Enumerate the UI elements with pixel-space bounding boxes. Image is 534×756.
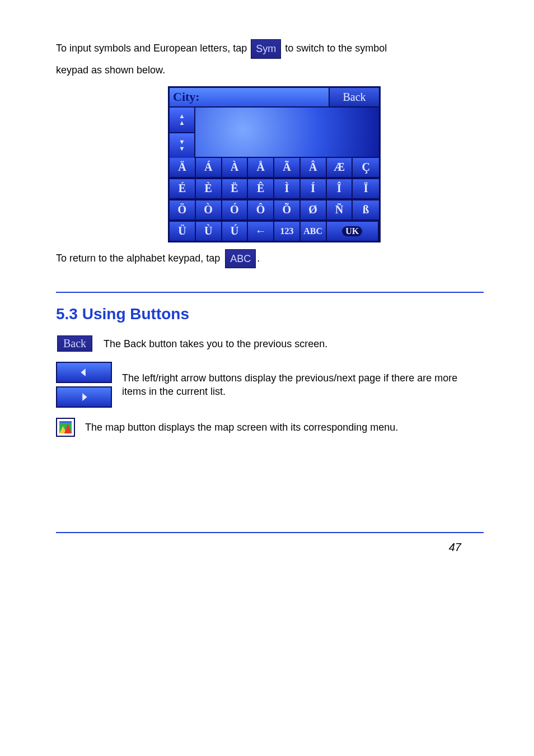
keypad-row-2: É È Ë Ê Ì Í Î Ï — [170, 178, 379, 199]
key[interactable]: Ô — [248, 200, 274, 221]
key[interactable]: Æ — [327, 158, 353, 178]
section-heading: 5.3 Using Buttons — [56, 305, 484, 323]
key[interactable]: Ë — [222, 179, 249, 199]
keypad-back-button[interactable]: Back — [329, 88, 379, 106]
key[interactable]: Í — [301, 179, 327, 199]
keypad-row-3: Ö Ò Ó Ô Õ Ø Ñ ß — [170, 199, 379, 221]
key[interactable]: Ú — [222, 222, 249, 242]
intro-text-3b: . — [257, 253, 260, 264]
scroll-up-icon[interactable]: ▲ ▲ — [170, 108, 194, 133]
intro-text-2: keypad as shown below. — [56, 64, 165, 76]
key[interactable]: Ñ — [327, 200, 353, 221]
key[interactable]: Ã — [274, 158, 301, 178]
key[interactable]: É — [170, 179, 196, 199]
key[interactable]: Ê — [248, 179, 274, 199]
key[interactable]: Ç — [353, 158, 379, 178]
map-button-example[interactable] — [56, 418, 75, 437]
back-button-description: The Back button takes you to the previou… — [104, 337, 484, 351]
scroll-down-icon[interactable]: ▼ ▼ — [170, 133, 194, 158]
page-prev-button[interactable] — [56, 362, 112, 383]
arrow-right-icon — [80, 393, 88, 401]
symbol-keypad-screenshot: City: Back ▲ ▲ ▼ ▼ — [168, 86, 381, 242]
key[interactable]: Ö — [170, 200, 196, 221]
key[interactable]: Â — [301, 158, 327, 178]
key[interactable]: Ò — [196, 200, 222, 221]
key[interactable]: Ä — [170, 158, 196, 178]
key[interactable]: Ó — [222, 200, 249, 221]
key[interactable]: Ü — [170, 222, 196, 242]
svg-rect-5 — [59, 421, 72, 423]
arrow-left-icon — [80, 368, 88, 376]
abc-button[interactable]: ABC — [225, 249, 256, 269]
back-button-example[interactable]: Back — [57, 335, 92, 352]
page-arrows-description: The left/right arrow buttons display the… — [122, 371, 484, 399]
language-key[interactable]: UK — [327, 222, 380, 242]
backspace-key[interactable]: ← — [248, 222, 274, 242]
map-icon — [59, 421, 72, 433]
scroll-arrows[interactable]: ▲ ▲ ▼ ▼ — [170, 108, 195, 158]
key[interactable]: ß — [353, 200, 379, 221]
key[interactable]: Ù — [196, 222, 222, 242]
key[interactable]: È — [196, 179, 222, 199]
svg-marker-1 — [82, 393, 87, 401]
sym-button[interactable]: Sym — [251, 39, 281, 59]
numeric-mode-key[interactable]: 123 — [274, 222, 301, 242]
map-button-description: The map button displays the map screen w… — [85, 421, 484, 434]
key[interactable]: Õ — [274, 200, 301, 221]
keypad-row-1: Ä Á À Å Ã Â Æ Ç — [170, 157, 379, 178]
section-divider — [56, 292, 484, 293]
alpha-mode-key[interactable]: ABC — [301, 222, 327, 242]
page-number: 47 — [56, 538, 484, 554]
page-next-button[interactable] — [56, 386, 112, 408]
keypad-title: City: — [170, 88, 329, 106]
footer-divider — [56, 532, 484, 533]
intro-text-1a: To input symbols and European letters, t… — [56, 43, 247, 54]
key[interactable]: Á — [196, 158, 222, 178]
key[interactable]: Å — [248, 158, 274, 178]
key[interactable]: Î — [327, 179, 353, 199]
key[interactable]: Ø — [301, 200, 327, 221]
keypad-row-4: Ü Ù Ú ← 123 ABC UK — [170, 221, 379, 241]
key[interactable]: Ï — [353, 179, 379, 199]
key[interactable]: Ì — [274, 179, 301, 199]
intro-text-3a: To return to the alphabet keypad, tap — [56, 253, 220, 264]
language-key-label: UK — [342, 226, 362, 236]
svg-marker-0 — [81, 368, 85, 376]
intro-text-1b: to switch to the symbol — [285, 43, 387, 54]
key[interactable]: À — [222, 158, 249, 178]
